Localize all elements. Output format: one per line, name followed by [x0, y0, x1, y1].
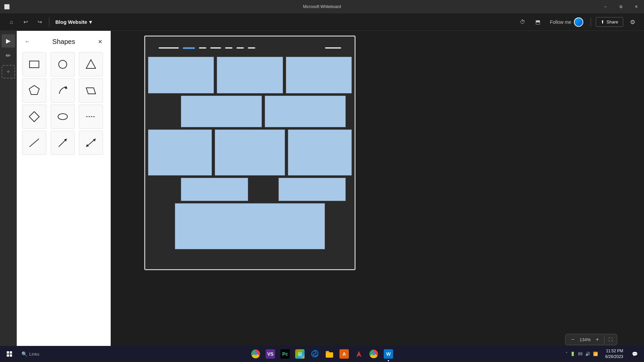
taskbar-app-chrome[interactable] — [248, 346, 263, 362]
back-icon: ← — [25, 39, 30, 45]
shape-arrow[interactable] — [51, 78, 75, 103]
time-display: 11:52 PM — [606, 348, 623, 354]
share-label: Share — [606, 19, 618, 24]
undo-button[interactable]: ↩ — [19, 16, 32, 28]
taskbar-search[interactable]: 🔍 Links — [17, 350, 43, 358]
shape-diamond[interactable] — [22, 105, 46, 129]
taskbar-app-pycharm[interactable]: Pc — [278, 346, 292, 362]
settings-button[interactable]: ⚙ — [627, 16, 639, 28]
nav-item-2[interactable] — [183, 47, 195, 49]
shape-rectangle[interactable] — [22, 52, 46, 76]
close-button[interactable]: ✕ — [629, 0, 644, 13]
svg-marker-2 — [86, 60, 96, 68]
toolbar-left: ⌂ ↩ ↪ Blog Website ▾ — [5, 16, 95, 28]
canvas-area[interactable]: − 134% + ⛶ — [111, 31, 644, 362]
divider — [49, 17, 49, 27]
svg-marker-5 — [86, 88, 96, 94]
store-icon: ⊞ — [295, 349, 305, 359]
titlebar-controls: – ⧉ ✕ — [598, 0, 644, 13]
zoom-fit-button[interactable]: ⛶ — [604, 336, 613, 344]
pen-tool-button[interactable]: ✏ — [2, 49, 15, 62]
nav-item-8[interactable] — [325, 47, 341, 49]
network-icon[interactable]: 📶 — [593, 352, 598, 356]
nav-item-7[interactable] — [248, 47, 255, 49]
shape-dashed-line[interactable] — [79, 105, 103, 129]
shape-line[interactable] — [22, 131, 46, 155]
minus-icon: − — [571, 337, 574, 343]
taskbar-app-edge[interactable] — [307, 346, 322, 362]
avatar — [574, 17, 583, 27]
pen-icon: ✏ — [6, 52, 11, 59]
toolbar-right: ⏱ ⬒ Follow me ⬆ Share ⚙ — [517, 16, 639, 28]
nav-item-4[interactable] — [210, 47, 221, 49]
chevron-down-icon: ▾ — [89, 19, 92, 25]
board-name-button[interactable]: Blog Website ▾ — [53, 18, 95, 26]
battery-level: 89 — [578, 352, 582, 356]
share-button[interactable]: ⬆ Share — [596, 17, 623, 27]
titlebar-title: Microsoft Whiteboard — [303, 4, 341, 9]
present-button[interactable]: ⬒ — [532, 16, 544, 28]
plus-icon: + — [596, 337, 599, 343]
notification-button[interactable]: 💬 — [628, 346, 641, 362]
shapes-close-button[interactable]: ✕ — [95, 36, 105, 47]
left-panel: ▶ ✏ + — [0, 31, 17, 362]
blog-grid — [148, 57, 352, 266]
follow-me-button[interactable]: Follow me — [547, 16, 586, 28]
app-icon: ⬜ — [4, 4, 10, 9]
shapes-grid — [22, 52, 105, 155]
explorer-icon — [325, 349, 334, 359]
taskbar: 🔍 Links VS Pc — [0, 346, 644, 362]
shape-circle[interactable] — [51, 52, 75, 76]
taskbar-app-explorer[interactable] — [322, 346, 337, 362]
edge-icon — [310, 349, 319, 359]
shape-arrow-both[interactable] — [79, 131, 103, 155]
restore-button[interactable]: ⧉ — [613, 0, 629, 13]
app6-icon: A — [339, 349, 349, 359]
zoom-minus-button[interactable]: − — [569, 336, 577, 344]
system-tray: ˄ 🔋 89 🔊 📶 11:52 PM 6/26/2023 💬 — [563, 346, 644, 362]
grid-row-3 — [148, 129, 352, 176]
taskbar-app-store[interactable]: ⊞ — [292, 346, 307, 362]
taskbar-app-vscode[interactable]: VS — [263, 346, 278, 362]
taskbar-app-whiteboard[interactable]: W — [381, 346, 396, 362]
zoom-plus-button[interactable]: + — [593, 336, 601, 344]
volume-icon[interactable]: 🔊 — [585, 352, 590, 356]
nav-item-3[interactable] — [199, 47, 206, 49]
notification-icon: 💬 — [632, 351, 638, 357]
taskbar-app-7[interactable] — [352, 346, 366, 362]
nav-item-5[interactable] — [225, 47, 232, 49]
nav-item-1[interactable] — [159, 47, 179, 49]
shape-ellipse[interactable] — [51, 105, 75, 129]
home-button[interactable]: ⌂ — [5, 16, 17, 28]
timer-button[interactable]: ⏱ — [517, 16, 529, 28]
taskbar-app-chrome2[interactable] — [366, 346, 381, 362]
nav-item-6[interactable] — [236, 47, 244, 49]
shape-parallelogram[interactable] — [79, 78, 103, 103]
taskbar-apps: VS Pc ⊞ — [248, 346, 396, 362]
svg-rect-0 — [30, 61, 39, 68]
toolbar: ⌂ ↩ ↪ Blog Website ▾ ⏱ ⬒ Follow me ⬆ Sha… — [0, 13, 644, 31]
minimize-button[interactable]: – — [598, 0, 613, 13]
grid-item-3-1 — [148, 129, 212, 176]
tray-up-icon[interactable]: ˄ — [566, 352, 568, 356]
divider2 — [591, 17, 591, 27]
grid-item-1-1 — [148, 57, 214, 94]
add-icon: + — [6, 68, 10, 75]
cursor-tool-button[interactable]: ▶ — [2, 34, 15, 48]
chrome2-icon — [369, 349, 378, 359]
start-button[interactable] — [2, 347, 17, 361]
grid-row-1 — [148, 57, 352, 94]
tray-icons: ˄ 🔋 89 🔊 📶 — [563, 352, 600, 356]
shapes-back-button[interactable]: ← — [22, 36, 33, 47]
add-tool-button[interactable]: + — [2, 65, 15, 78]
shape-triangle[interactable] — [79, 52, 103, 76]
shape-pentagon[interactable] — [22, 78, 46, 103]
taskbar-app-6[interactable]: A — [337, 346, 352, 362]
grid-item-3-3 — [288, 129, 352, 176]
grid-item-3-2 — [215, 129, 285, 176]
redo-button[interactable]: ↪ — [34, 16, 46, 28]
shape-arrow-up-right[interactable] — [51, 131, 75, 155]
grid-item-1-2 — [217, 57, 283, 94]
grid-row-4 — [148, 178, 352, 201]
tray-time[interactable]: 11:52 PM 6/26/2023 — [603, 347, 626, 361]
